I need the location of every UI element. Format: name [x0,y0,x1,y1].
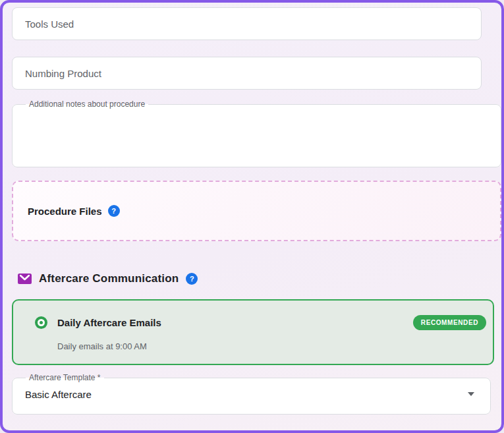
numbing-product-input[interactable] [12,57,482,90]
procedure-files-title: Procedure Files [28,206,102,217]
additional-notes-field: Additional notes about procedure [12,100,501,167]
aftercare-section-header: Aftercare Communication ? [12,272,501,285]
email-icon [18,274,32,284]
recommended-badge: RECOMMENDED [413,315,486,330]
aftercare-section-title: Aftercare Communication [39,272,179,285]
daily-aftercare-title: Daily Aftercare Emails [57,317,413,328]
additional-notes-textarea[interactable] [22,108,491,154]
aftercare-template-select[interactable]: Aftercare Template * Basic Aftercare [12,374,491,415]
procedure-files-dropzone[interactable]: Procedure Files ? [12,181,501,241]
dropdown-arrow-icon[interactable] [468,392,474,396]
aftercare-help-icon[interactable]: ? [186,273,198,285]
daily-aftercare-subtitle: Daily emails at 9:00 AM [57,341,486,351]
daily-aftercare-option-card[interactable]: Daily Aftercare Emails RECOMMENDED Daily… [12,299,494,365]
procedure-files-help-icon[interactable]: ? [108,205,120,217]
additional-notes-label: Additional notes about procedure [26,100,148,108]
radio-selected-icon[interactable] [35,316,47,329]
aftercare-template-label: Aftercare Template * [26,374,104,382]
tools-used-input[interactable] [12,7,482,40]
procedure-form-panel: Additional notes about procedure Procedu… [0,0,504,433]
aftercare-template-value: Basic Aftercare [25,389,468,400]
